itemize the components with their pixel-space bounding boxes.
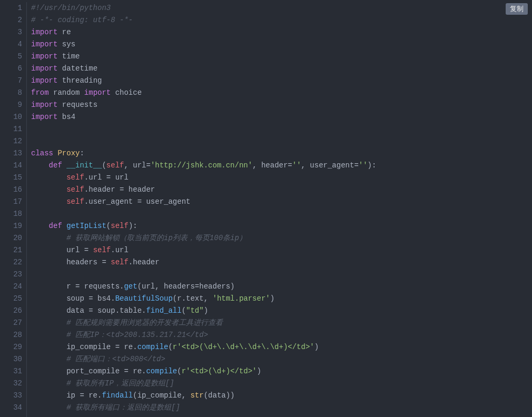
code-line[interactable]: # 匹配IP：<td>208.135.217.21</td> xyxy=(31,329,532,341)
code-token: (ip_compile, xyxy=(133,391,190,400)
code-token: .url xyxy=(111,246,129,254)
code-token: "td" xyxy=(186,306,204,315)
code-line[interactable]: import threading xyxy=(31,75,532,87)
code-token: sys xyxy=(57,40,75,48)
code-token xyxy=(31,197,66,206)
copy-button[interactable]: 复制 xyxy=(506,3,528,15)
code-line[interactable] xyxy=(31,208,532,220)
code-line[interactable]: # 获取网站解锁（取当前页的ip列表，每页100条ip） xyxy=(31,232,532,244)
line-number: 2 xyxy=(0,14,22,26)
code-token xyxy=(31,161,49,170)
line-number: 1 xyxy=(0,2,22,14)
code-token: def xyxy=(49,161,62,170)
code-token: self xyxy=(111,258,129,266)
code-token: re xyxy=(57,28,71,36)
code-line[interactable]: import sys xyxy=(31,38,532,51)
code-line[interactable] xyxy=(31,123,532,135)
code-line[interactable]: # 获取所有端口：返回的是数组[] xyxy=(31,402,532,414)
line-number: 7 xyxy=(0,75,22,87)
line-number: 27 xyxy=(0,317,22,329)
code-token: threading xyxy=(57,76,102,85)
line-number: 28 xyxy=(0,329,22,341)
code-token: ) xyxy=(270,294,274,303)
code-line[interactable]: # -*- coding: utf-8 -*- xyxy=(31,14,532,26)
code-line[interactable]: def getIpList(self): xyxy=(31,220,532,232)
code-token xyxy=(31,185,66,194)
code-line[interactable]: self.header = header xyxy=(31,184,532,196)
code-line[interactable]: from random import choice xyxy=(31,87,532,99)
code-token: ) xyxy=(314,343,319,351)
code-line[interactable]: # 匹配端口：<td>808</td> xyxy=(31,353,532,365)
code-line[interactable]: #!/usr/bin/python3 xyxy=(31,2,532,14)
code-token: Proxy xyxy=(57,149,80,157)
code-token: #!/usr/bin/python3 xyxy=(31,4,111,12)
code-line[interactable]: import time xyxy=(31,51,532,63)
line-number: 33 xyxy=(0,390,22,402)
code-line[interactable]: def __init__(self, url='http://jshk.com.… xyxy=(31,160,532,172)
code-token: : xyxy=(80,149,84,157)
code-area[interactable]: #!/usr/bin/python3# -*- coding: utf-8 -*… xyxy=(26,2,532,417)
code-token: import xyxy=(31,52,57,61)
line-number: 30 xyxy=(0,353,22,365)
code-token: self xyxy=(66,173,84,182)
code-token xyxy=(31,173,66,182)
code-token: ( xyxy=(168,343,172,351)
code-token: compile xyxy=(146,367,177,375)
code-line[interactable] xyxy=(31,269,532,281)
code-token xyxy=(62,161,66,170)
code-token: import xyxy=(31,101,57,109)
line-number: 23 xyxy=(0,269,22,281)
code-line[interactable]: # 匹配规则需要用浏览器的开发者工具进行查看 xyxy=(31,317,532,329)
line-number-gutter: 1234567891011121314151617181920212223242… xyxy=(0,2,26,417)
code-line[interactable] xyxy=(31,135,532,147)
code-token: ip_compile = re. xyxy=(31,343,137,351)
code-token: '' xyxy=(359,161,368,170)
line-number: 4 xyxy=(0,38,22,51)
code-line[interactable]: import requests xyxy=(31,99,532,111)
code-token: class xyxy=(31,149,53,157)
code-line[interactable]: import bs4 xyxy=(31,111,532,123)
code-line[interactable]: import re xyxy=(31,26,532,38)
line-number: 31 xyxy=(0,365,22,378)
code-line[interactable]: ip = re.findall(ip_compile, str(data)) xyxy=(31,390,532,402)
code-line[interactable]: class Proxy: xyxy=(31,147,532,160)
line-number: 10 xyxy=(0,111,22,123)
code-token: getIpList xyxy=(66,222,106,230)
code-token: ( xyxy=(182,306,186,315)
line-number: 12 xyxy=(0,135,22,147)
code-token: BeautifulSoup xyxy=(115,294,173,303)
code-token: random xyxy=(49,88,84,97)
code-line[interactable]: data = soup.table.find_all("td") xyxy=(31,305,532,317)
code-token: # 获取所有端口：返回的是数组[] xyxy=(66,403,180,412)
code-token: '' xyxy=(292,161,301,170)
code-token: .url = url xyxy=(84,173,129,182)
code-token xyxy=(31,319,66,327)
line-number: 21 xyxy=(0,244,22,256)
line-number: 26 xyxy=(0,305,22,317)
code-line[interactable]: soup = bs4.BeautifulSoup(r.text, 'html.p… xyxy=(31,293,532,305)
code-token: ) xyxy=(257,367,261,375)
code-line[interactable]: ip_compile = re.compile(r'<td>(\d+\.\d+\… xyxy=(31,341,532,353)
code-line[interactable]: headers = self.header xyxy=(31,256,532,269)
code-line[interactable]: url = self.url xyxy=(31,244,532,256)
line-number: 34 xyxy=(0,402,22,414)
code-token: (data)) xyxy=(204,391,235,400)
code-token: compile xyxy=(137,343,169,351)
code-token: ): xyxy=(129,222,137,230)
code-token: soup = bs4. xyxy=(31,294,115,303)
code-line[interactable]: port_compile = re.compile(r'<td>(\d+)</t… xyxy=(31,365,532,378)
code-line[interactable]: import datetime xyxy=(31,63,532,75)
code-token: import xyxy=(31,28,57,36)
code-line[interactable]: self.user_agent = user_agent xyxy=(31,196,532,208)
code-token: , url= xyxy=(124,161,150,170)
line-number: 11 xyxy=(0,123,22,135)
code-token: , user_agent= xyxy=(301,161,359,170)
code-token: __init__ xyxy=(66,161,102,170)
code-token: ( xyxy=(177,367,181,375)
code-line[interactable]: r = requests.get(url, headers=headers) xyxy=(31,281,532,293)
code-token: import xyxy=(31,40,57,48)
line-number: 8 xyxy=(0,87,22,99)
code-line[interactable]: self.url = url xyxy=(31,172,532,184)
code-line[interactable]: # 获取所有IP，返回的是数组[] xyxy=(31,378,532,390)
code-token: import xyxy=(31,76,57,85)
